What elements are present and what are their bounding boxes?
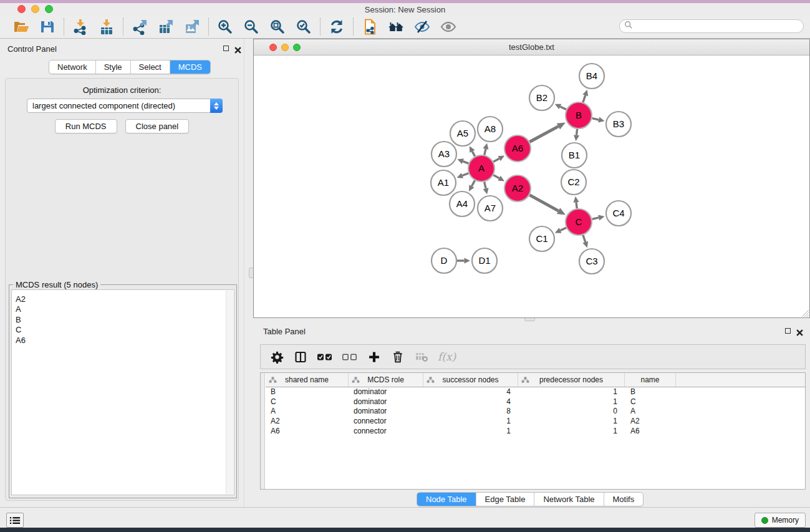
show-all-icon[interactable] <box>436 17 460 36</box>
result-list-item[interactable]: B <box>16 315 234 325</box>
export-image-icon[interactable] <box>180 17 204 36</box>
table-cell[interactable]: 1 <box>423 417 518 427</box>
control-panel-close-icon[interactable] <box>234 45 241 52</box>
graph-node-A3[interactable]: A3 <box>432 142 456 167</box>
graph-node-C1[interactable]: C1 <box>529 226 554 251</box>
graph-edge-D-D1[interactable] <box>457 258 470 263</box>
graph-node-C4[interactable]: C4 <box>606 201 631 226</box>
table-cell[interactable]: dominator <box>349 397 423 407</box>
table-cell[interactable]: 1 <box>518 427 625 437</box>
graph-edge-C-C2[interactable] <box>573 196 579 208</box>
table-cell[interactable]: A2 <box>266 417 349 427</box>
table-cell[interactable]: C <box>266 397 349 407</box>
table-cell[interactable]: B <box>266 387 349 397</box>
table-cell[interactable]: 4 <box>423 387 518 397</box>
graph-node-C[interactable]: C <box>566 209 592 235</box>
table-cell[interactable]: 8 <box>423 407 518 417</box>
result-list-item[interactable]: A <box>16 304 234 314</box>
graph-edge-A-A8[interactable] <box>483 143 488 155</box>
table-cell[interactable]: A <box>266 407 349 417</box>
table-row[interactable]: Bdominator41B <box>266 387 805 397</box>
graph-edge-A-A1[interactable] <box>457 173 469 178</box>
zoom-out-icon[interactable] <box>239 17 263 36</box>
hide-selected-icon[interactable] <box>410 17 434 36</box>
zoom-fit-icon[interactable] <box>266 17 289 36</box>
table-cell[interactable]: connector <box>349 427 423 437</box>
graph-node-B1[interactable]: B1 <box>562 143 587 168</box>
table-cell[interactable]: 1 <box>423 427 518 437</box>
table-cell[interactable]: 0 <box>518 407 625 417</box>
graph-node-B3[interactable]: B3 <box>606 112 631 137</box>
graph-edge-A-A4[interactable] <box>469 180 475 191</box>
graph-edge-B-B3[interactable] <box>592 117 604 123</box>
column-header-MCDS-role[interactable]: MCDS role <box>349 373 423 387</box>
table-panel-float-icon[interactable] <box>785 328 791 334</box>
graph-node-D[interactable]: D <box>432 248 456 273</box>
column-header-predecessor-nodes[interactable]: predecessor nodes <box>518 373 625 387</box>
tab-motifs[interactable]: Motifs <box>604 493 644 506</box>
graph-node-A[interactable]: A <box>468 155 494 181</box>
column-header-name[interactable]: name <box>625 373 676 387</box>
graph-node-A2[interactable]: A2 <box>504 175 531 201</box>
graph-edge-A-A2[interactable] <box>493 175 504 181</box>
tab-network[interactable]: Network <box>49 60 95 74</box>
column-header-shared-name[interactable]: shared name <box>266 373 349 387</box>
tab-style[interactable]: Style <box>95 60 130 74</box>
graph-node-A1[interactable]: A1 <box>431 170 456 195</box>
graph-node-B4[interactable]: B4 <box>579 64 604 89</box>
open-session-icon[interactable] <box>9 17 33 36</box>
tab-select[interactable]: Select <box>130 60 170 74</box>
table-row[interactable]: Cdominator41C <box>266 397 805 407</box>
export-table-icon[interactable] <box>154 17 178 36</box>
network-canvas[interactable]: B4B2BB3A8A5A6A3B1AC2A1A2A4A7C4CC1DD1C3 <box>254 56 809 317</box>
delete-table-icon[interactable] <box>414 349 429 365</box>
search-input[interactable] <box>619 19 804 33</box>
task-history-button[interactable] <box>6 513 24 528</box>
graph-edge-A-A7[interactable] <box>483 181 489 194</box>
zoom-in-icon[interactable] <box>213 17 237 36</box>
mcds-result-list[interactable]: A2ABCA6 <box>11 289 234 495</box>
graph-edge-C-C4[interactable] <box>592 215 604 220</box>
result-list-item[interactable]: C <box>16 325 234 335</box>
table-row[interactable]: Adominator80A <box>266 407 805 417</box>
table-cell[interactable]: A <box>625 407 676 417</box>
import-table-icon[interactable] <box>95 17 118 36</box>
graph-node-B2[interactable]: B2 <box>529 85 554 110</box>
first-neighbors-icon[interactable] <box>384 17 408 36</box>
graph-node-A5[interactable]: A5 <box>450 121 475 146</box>
table-cell[interactable]: dominator <box>349 387 423 397</box>
table-cell[interactable]: C <box>625 397 676 407</box>
graph-edge-A-A5[interactable] <box>470 146 475 156</box>
add-column-icon[interactable] <box>367 349 382 365</box>
table-cell[interactable]: 1 <box>518 417 625 427</box>
new-network-from-selection-icon[interactable] <box>358 17 382 36</box>
column-header-successor-nodes[interactable]: successor nodes <box>423 373 518 387</box>
graph-edge-C-C3[interactable] <box>582 235 588 248</box>
graph-edge-A2-C[interactable] <box>529 195 566 215</box>
save-session-icon[interactable] <box>36 17 59 36</box>
graph-edge-C-C1[interactable] <box>555 228 566 233</box>
deselect-all-icon[interactable] <box>342 349 358 365</box>
table-row[interactable]: A6connector11A6 <box>266 427 805 437</box>
control-panel-float-icon[interactable] <box>223 46 229 51</box>
table-cell[interactable]: connector <box>349 417 423 427</box>
result-list-item[interactable]: A2 <box>16 294 234 304</box>
resize-grip-icon[interactable] <box>801 309 809 317</box>
result-list-scrollbar[interactable] <box>226 291 233 494</box>
graph-node-A7[interactable]: A7 <box>478 196 503 221</box>
graph-edge-B-B2[interactable] <box>555 104 566 110</box>
run-mcds-button[interactable]: Run MCDS <box>55 119 117 133</box>
refresh-layout-icon[interactable] <box>325 17 349 36</box>
table-cell[interactable]: A6 <box>266 427 349 437</box>
search-field[interactable] <box>633 21 803 32</box>
table-panel-close-icon[interactable] <box>796 327 803 334</box>
result-list-item[interactable]: A6 <box>16 336 234 346</box>
delete-column-icon[interactable] <box>390 349 405 365</box>
tab-node-table[interactable]: Node Table <box>417 493 476 506</box>
graph-edge-A6-B[interactable] <box>529 122 566 142</box>
table-cell[interactable]: 4 <box>423 397 518 407</box>
select-all-check-icon[interactable] <box>317 349 333 365</box>
table-settings-icon[interactable] <box>269 349 284 365</box>
graph-edge-A-A3[interactable] <box>457 158 468 164</box>
table-cell[interactable]: 1 <box>518 387 625 397</box>
